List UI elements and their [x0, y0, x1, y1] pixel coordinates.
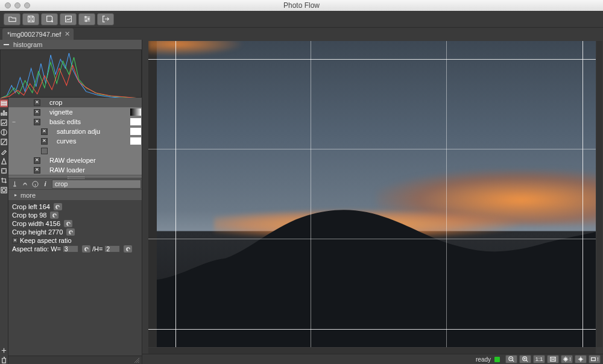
layer-visibility-toggle[interactable]: ✕ [34, 109, 40, 116]
window-zoom-button[interactable] [24, 2, 30, 8]
layer-name: saturation adju [57, 128, 100, 135]
tool-picture-icon[interactable] [0, 119, 8, 127]
left-panel: histogram [0, 40, 142, 364]
document-tab[interactable]: *img00027947.nef ✕ [2, 28, 74, 40]
image-canvas[interactable] [148, 41, 596, 347]
undo-icon[interactable] [124, 245, 132, 253]
save-button[interactable] [22, 13, 39, 25]
window-titlebar: Photo Flow [0, 0, 603, 11]
crop-edge-bottom[interactable] [148, 329, 596, 330]
window-close-button[interactable] [5, 2, 11, 8]
open-button[interactable] [4, 13, 21, 25]
window-title: Photo Flow [0, 1, 603, 10]
tool-curve-icon[interactable] [0, 138, 8, 146]
tool-brush-icon[interactable] [0, 148, 8, 155]
layer-visibility-toggle[interactable]: ✕ [41, 138, 48, 145]
crop-left-value[interactable]: 164 [39, 203, 50, 210]
cloud [148, 41, 245, 56]
canvas-scrollbar-vertical[interactable] [596, 41, 602, 347]
layer-visibility-toggle[interactable]: ✕ [41, 128, 48, 135]
crop-third-v2 [446, 41, 447, 347]
crop-third-h2 [148, 239, 596, 239]
crop-width-label: Crop width [12, 220, 44, 227]
left-panel-filler [8, 257, 144, 356]
aspect-h-input[interactable] [104, 245, 120, 253]
info-icon[interactable] [31, 180, 39, 187]
layer-row-curves[interactable]: ✕ curves [8, 136, 144, 146]
layer-visibility-toggle[interactable]: ✕ [34, 99, 40, 106]
zoom-1-1-label: 1:1 [535, 356, 543, 362]
tool-levels-icon[interactable] [0, 109, 8, 117]
zoom-fit-button[interactable] [547, 355, 559, 363]
crop-third-h1 [148, 149, 596, 149]
svg-rect-6 [1, 104, 7, 105]
collapse-icon[interactable] [4, 44, 9, 45]
document-tab-label: *img00027947.nef [7, 31, 61, 38]
aspect-w-input[interactable] [63, 245, 78, 253]
layer-row-basic-edits[interactable]: – ✕ basic edits [8, 117, 144, 127]
keep-aspect-checkbox[interactable]: ✕ [12, 237, 18, 243]
operation-name-input[interactable] [52, 180, 141, 189]
crop-edge-left[interactable] [175, 41, 176, 347]
tool-add-icon[interactable] [0, 347, 8, 354]
expand-triangle-icon: ▸ [14, 192, 17, 198]
more-toggle[interactable]: ▸ more [8, 189, 144, 200]
histogram [0, 49, 142, 98]
status-bar: ready 1:1 ! ! [142, 354, 603, 364]
histogram-header[interactable]: histogram [0, 40, 142, 49]
pin-icon[interactable] [11, 180, 18, 187]
layer-row-saturation[interactable]: ✕ saturation adju [8, 127, 144, 136]
highlight-warning-button[interactable]: ! [561, 355, 573, 363]
link-icon[interactable] [21, 180, 28, 187]
crop-edge-right[interactable] [582, 41, 583, 347]
shadow-warning-button[interactable]: ! [589, 355, 601, 363]
layer-visibility-toggle[interactable] [41, 148, 48, 154]
resize-grip-icon[interactable] [134, 357, 140, 363]
zoom-out-button[interactable] [505, 355, 517, 363]
zoom-1-1-button[interactable]: 1:1 [533, 355, 545, 363]
softproof-button[interactable] [575, 355, 587, 363]
tool-layers-icon[interactable] [0, 99, 8, 107]
undo-icon[interactable] [66, 228, 75, 236]
tool-delete-icon[interactable] [0, 356, 8, 364]
tool-transform-icon[interactable] [0, 167, 8, 175]
layer-visibility-toggle[interactable]: ✕ [34, 119, 40, 125]
undo-icon[interactable] [64, 220, 72, 227]
collapse-toggle-icon[interactable]: – [11, 119, 17, 125]
keep-aspect-row: ✕ Keep aspect ratio [12, 236, 140, 245]
histogram-plot [1, 50, 141, 99]
tool-sharpen-icon[interactable] [0, 157, 8, 165]
layer-list-resize-handle[interactable] [8, 175, 144, 178]
undo-icon[interactable] [82, 245, 90, 253]
crop-top-value[interactable]: 98 [39, 212, 46, 219]
settings-button[interactable] [78, 13, 95, 25]
crop-height-value[interactable]: 2770 [48, 228, 63, 236]
layer-visibility-toggle[interactable]: ✕ [34, 167, 40, 174]
layer-visibility-toggle[interactable]: ✕ [34, 157, 40, 164]
tool-crop-icon[interactable] [0, 177, 8, 184]
tool-contrast-icon[interactable] [0, 128, 8, 136]
undo-icon[interactable] [54, 203, 62, 210]
window-minimize-button[interactable] [14, 2, 21, 8]
export-image-button[interactable] [60, 13, 77, 25]
layer-row-crop[interactable]: ✕ crop [8, 98, 144, 107]
layer-row-raw-loader[interactable]: ✕ RAW loader [8, 165, 144, 175]
layer-row-raw-developer[interactable]: ✕ RAW developer [8, 155, 144, 165]
zoom-in-button[interactable] [519, 355, 531, 363]
close-tab-icon[interactable]: ✕ [65, 30, 70, 38]
crop-properties: Crop left 164 Crop top 98 Crop width 415… [8, 200, 144, 257]
crop-edge-top[interactable] [148, 59, 596, 60]
more-label: more [21, 192, 36, 199]
layer-row-vignette[interactable]: ✕ vignette [8, 107, 144, 117]
italic-icon[interactable]: i [42, 180, 49, 187]
crop-width-value[interactable]: 4156 [46, 220, 60, 227]
svg-point-12 [2, 189, 6, 192]
exit-button[interactable] [97, 13, 114, 25]
undo-icon[interactable] [50, 212, 58, 219]
tool-mask-icon[interactable] [0, 186, 8, 194]
canvas-scrollbar-horizontal[interactable] [148, 348, 596, 354]
save-as-button[interactable] [41, 13, 58, 25]
layer-name: crop [49, 99, 62, 106]
layer-name: curves [57, 137, 76, 145]
aspect-ratio-row: Aspect ratio: W= /H= [12, 245, 140, 253]
